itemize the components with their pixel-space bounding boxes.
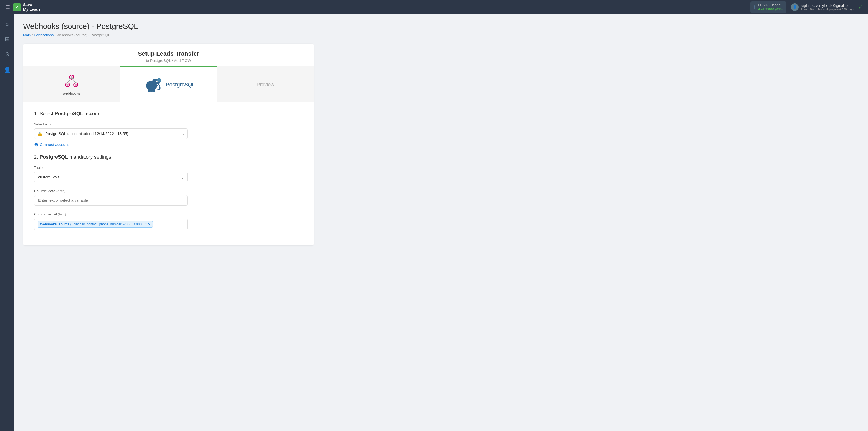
column-email-type: (text) <box>58 212 66 216</box>
setup-title: Setup Leads Transfer <box>23 50 314 57</box>
tab-preview[interactable]: Preview <box>217 66 314 102</box>
account-icon: 🔒 <box>37 131 43 136</box>
chevron-down-icon: ⌄ <box>181 131 184 136</box>
breadcrumb-connections[interactable]: Connections <box>34 33 54 37</box>
section1-title: 1. Select PostgreSQL account <box>34 111 303 117</box>
form-section: 1. Select PostgreSQL account Select acco… <box>23 102 314 245</box>
menu-icon[interactable]: ☰ <box>5 4 10 10</box>
sidebar: ⌂ ⊞ $ 👤 <box>0 14 14 431</box>
section2-title: 2. PostgreSQL mandatory settings <box>34 154 303 160</box>
svg-rect-14 <box>148 90 150 92</box>
connect-account-label: Connect account <box>40 143 69 147</box>
breadcrumb-main[interactable]: Main <box>23 33 31 37</box>
table-field-group: Table custom_vals ⌄ <box>34 165 303 182</box>
sidebar-item-home[interactable]: ⌂ <box>2 19 12 29</box>
column-date-type: (date) <box>56 189 66 193</box>
tag-close-icon[interactable]: × <box>148 222 150 226</box>
svg-rect-16 <box>153 90 155 92</box>
column-date-group: Column: date (date) <box>34 189 303 206</box>
topbar-check-icon: ✓ <box>858 4 863 10</box>
selected-account-text: PostgreSQL (account added 12/14/2022 - 1… <box>44 131 128 136</box>
tab-webhooks-label: webhooks <box>63 91 80 95</box>
table-select[interactable]: custom_vals <box>34 172 188 182</box>
sidebar-item-billing[interactable]: $ <box>2 50 12 59</box>
page-title: Webhooks (source) - PostgreSQL <box>23 22 859 31</box>
logo-text: Save My Leads. <box>23 2 42 12</box>
setup-subtitle: to PostgreSQL / Add ROW <box>23 59 314 63</box>
user-section: 👤 regina.savemyleads@gmail.com Plan | St… <box>791 3 854 11</box>
main-content: Webhooks (source) - PostgreSQL Main / Co… <box>14 14 868 431</box>
user-plan: Plan | Start | left until payment 366 da… <box>801 8 854 11</box>
svg-point-12 <box>157 81 157 81</box>
table-label: Table <box>34 165 303 170</box>
leads-usage: ℹ LEADS usage: 4 of 2'000 (0%) <box>750 1 786 13</box>
logo: ✓ Save My Leads. <box>13 2 42 12</box>
tabs: webhooks <box>23 66 314 102</box>
logo-icon: ✓ <box>13 3 21 11</box>
postgresql-icon: PostgreSQL <box>142 77 195 92</box>
webhooks-icon <box>64 73 79 89</box>
user-email: regina.savemyleads@gmail.com <box>801 4 854 8</box>
user-avatar: 👤 <box>791 3 799 11</box>
setup-header: Setup Leads Transfer to PostgreSQL / Add… <box>23 44 314 66</box>
column-date-input[interactable] <box>34 195 188 206</box>
svg-rect-15 <box>150 90 153 92</box>
svg-line-5 <box>73 80 75 83</box>
leads-usage-count: 4 of 2'000 (0%) <box>758 7 783 11</box>
column-email-label: Column: email (text) <box>34 212 303 216</box>
svg-point-8 <box>70 76 72 78</box>
connect-account-link[interactable]: ⊕ Connect account <box>34 142 303 148</box>
column-email-group: Column: email (text) Webhooks (source) |… <box>34 212 303 230</box>
email-tag: Webhooks (source) | payload_contact_phon… <box>38 221 153 227</box>
tab-preview-label: Preview <box>256 82 274 88</box>
tag-source-label: Webhooks (source) <box>40 222 70 226</box>
breadcrumb-current: Webhooks (source) - PostgreSQL <box>57 33 110 37</box>
postgresql-text: PostgreSQL <box>166 82 195 88</box>
sidebar-item-connections[interactable]: ⊞ <box>2 34 12 44</box>
tab-postgresql[interactable]: PostgreSQL <box>120 66 217 102</box>
info-icon: ℹ <box>754 5 756 10</box>
breadcrumb: Main / Connections / Webhooks (source) -… <box>23 33 859 37</box>
account-select[interactable]: 🔒 PostgreSQL (account added 12/14/2022 -… <box>34 128 188 139</box>
svg-point-6 <box>66 84 68 86</box>
column-email-tag-input[interactable]: Webhooks (source) | payload_contact_phon… <box>34 218 188 230</box>
select-account-group: Select account 🔒 PostgreSQL (account add… <box>34 122 303 148</box>
tag-separator-text: | payload_contact_phone_number: «1470000… <box>72 222 147 226</box>
svg-line-4 <box>67 80 70 83</box>
account-select-wrapper: 🔒 PostgreSQL (account added 12/14/2022 -… <box>34 128 188 139</box>
tab-webhooks[interactable]: webhooks <box>23 66 120 102</box>
svg-point-7 <box>75 84 76 86</box>
plus-circle-icon: ⊕ <box>34 142 38 148</box>
column-date-label: Column: date (date) <box>34 189 303 193</box>
setup-card: Setup Leads Transfer to PostgreSQL / Add… <box>23 44 314 245</box>
topbar: ☰ ✓ Save My Leads. ℹ LEADS usage: 4 of 2… <box>0 0 868 14</box>
select-account-label: Select account <box>34 122 303 126</box>
sidebar-item-account[interactable]: 👤 <box>2 65 12 75</box>
leads-usage-label: LEADS usage: <box>758 3 783 7</box>
table-select-wrapper: custom_vals ⌄ <box>34 172 188 182</box>
